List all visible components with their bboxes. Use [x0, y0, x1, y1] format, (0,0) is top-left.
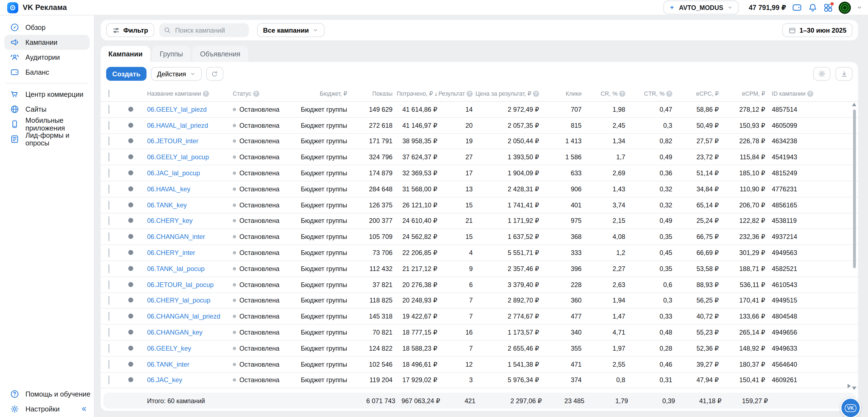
info-icon[interactable]: ? [203, 90, 209, 96]
campaign-name-link[interactable]: 06.CHANGAN_inter [147, 233, 205, 241]
campaign-name-link[interactable]: 06.JAC_lal_pocup [147, 169, 200, 177]
row-checkbox[interactable] [108, 153, 110, 162]
campaign-name-link[interactable]: 06.GEELY_lal_piezd [147, 106, 207, 113]
status-dot [233, 347, 236, 350]
row-checkbox[interactable] [108, 248, 110, 257]
campaign-name-link[interactable]: 06.GEELY_lal_pocup [147, 153, 209, 161]
info-icon[interactable]: ? [619, 90, 625, 96]
row-checkbox[interactable] [108, 105, 110, 114]
row-checkbox[interactable] [108, 216, 110, 226]
campaign-name-link[interactable]: 06.TANK_lal_pocup [147, 265, 205, 273]
col-cr[interactable]: CR, % [601, 90, 618, 97]
sidebar-item-overview[interactable]: Обзор [0, 20, 94, 35]
campaign-name-link[interactable]: 06.CHERY_key [147, 217, 193, 225]
scroll-up-arrow[interactable] [852, 103, 857, 106]
ecpm-cell: 180,37 ₽ [719, 360, 765, 368]
actions-dropdown[interactable]: Действия [151, 67, 202, 81]
col-clicks[interactable]: Клики [539, 90, 582, 97]
campaign-name-link[interactable]: 06.CHANGAN_lal_priezd [147, 313, 220, 321]
date-range-picker[interactable]: 1–30 июн 2025 [782, 23, 852, 37]
sidebar-item-balance[interactable]: Баланс [0, 65, 94, 80]
row-checkbox[interactable] [108, 376, 110, 385]
sidebar-item-mobile-apps[interactable]: Мобильные приложения [0, 117, 94, 131]
create-button[interactable]: Создать [106, 67, 147, 81]
bell-icon[interactable] [808, 2, 818, 12]
sort-desc-icon[interactable]: ↓ [435, 90, 437, 96]
campaign-name-link[interactable]: 06.HAVAL_lal_priezd [147, 121, 208, 129]
totals-spent: 967 063,24 ₽ [395, 397, 440, 405]
col-spent[interactable]: Потрачено, ₽ [397, 90, 433, 97]
row-checkbox[interactable] [108, 121, 110, 130]
account-selector[interactable]: AVTO_MODUS [663, 1, 739, 14]
col-budget[interactable]: Бюджет, ₽ [283, 90, 347, 97]
row-checkbox[interactable] [108, 344, 110, 353]
info-icon[interactable]: ? [253, 90, 259, 96]
col-cost-per-result[interactable]: Цена за результат, ₽ [475, 90, 531, 97]
row-checkbox[interactable] [108, 360, 110, 368]
campaign-scope-select[interactable]: Все кампании [257, 23, 324, 37]
sidebar-item-help[interactable]: Помощь и обучение [0, 387, 94, 401]
table-settings-button[interactable] [813, 67, 830, 81]
select-all-checkbox[interactable] [108, 90, 110, 97]
col-ctr[interactable]: CTR, % [644, 90, 664, 97]
info-icon[interactable]: ? [533, 90, 539, 96]
refresh-button[interactable] [206, 67, 223, 81]
row-checkbox[interactable] [108, 312, 110, 321]
row-checkbox[interactable] [108, 185, 110, 193]
campaign-name-link[interactable]: 06.HAVAL_key [147, 185, 190, 193]
row-checkbox[interactable] [108, 296, 110, 305]
tab-campaigns[interactable]: Кампании [101, 46, 150, 62]
col-shows[interactable]: Показы [347, 90, 393, 97]
export-download-button[interactable] [835, 67, 852, 81]
table-row: 06.CHANGAN_lal_priezd Остановлена Бюджет… [101, 309, 858, 325]
tab-groups[interactable]: Группы [152, 46, 191, 62]
campaign-name-link[interactable]: 06.JAC_key [147, 376, 182, 384]
scroll-down-arrow[interactable] [852, 387, 857, 390]
sidebar-item-lead-forms[interactable]: Лид-формы и опросы [0, 131, 94, 147]
row-checkbox[interactable] [108, 169, 110, 178]
campaign-name-link[interactable]: 06.GEELY_key [147, 345, 191, 352]
tab-ads[interactable]: Объявления [192, 46, 248, 62]
vk-logo-icon: VK [845, 404, 856, 412]
wallet-icon[interactable] [792, 2, 802, 13]
row-checkbox[interactable] [108, 280, 110, 289]
filter-button[interactable]: Фильтр [106, 23, 154, 37]
campaign-name-link[interactable]: 06.CHERY_inter [147, 249, 195, 257]
campaign-name-link[interactable]: 06.JETOUR_lal_pocup [147, 281, 214, 289]
brand-logo[interactable]: VK Реклама [0, 2, 67, 13]
col-ecpc[interactable]: eCPC, ₽ [672, 90, 719, 97]
profile-chevron-icon[interactable] [857, 4, 863, 10]
col-ecpm[interactable]: eCPM, ₽ [719, 90, 765, 97]
row-checkbox[interactable] [108, 233, 110, 241]
campaign-name-link[interactable]: 06.TANK_key [147, 201, 187, 209]
support-chat-bubble[interactable]: VK [840, 398, 861, 417]
row-checkbox[interactable] [108, 328, 110, 337]
campaign-name-link[interactable]: 06.CHERY_lal_pocup [147, 297, 210, 304]
col-result[interactable]: Результат [438, 90, 465, 97]
sidebar-item-settings[interactable]: Настройки [0, 401, 94, 416]
scroll-right-arrow[interactable] [847, 384, 851, 388]
collapse-sidebar-icon[interactable] [80, 406, 87, 413]
row-checkbox[interactable] [108, 201, 110, 209]
col-campaign-id[interactable]: ID кампании [772, 90, 806, 97]
col-status[interactable]: Статус [233, 90, 251, 97]
info-icon[interactable]: ? [467, 90, 473, 96]
col-campaign-name[interactable]: Название кампании [147, 90, 201, 97]
avatar[interactable] [839, 1, 851, 13]
sidebar-item-campaigns[interactable]: Кампании [4, 35, 90, 50]
info-icon[interactable]: ? [807, 90, 813, 96]
campaign-name-link[interactable]: 06.CHANGAN_key [147, 329, 203, 336]
sidebar-item-audiences[interactable]: Аудитории [0, 50, 94, 65]
vertical-scrollbar-thumb[interactable] [853, 110, 856, 268]
row-checkbox[interactable] [108, 137, 110, 146]
ecpc-cell: 39,27 ₽ [672, 360, 719, 368]
campaign-name-link[interactable]: 06.TANK_inter [147, 360, 189, 368]
sidebar-item-commerce-center[interactable]: Центр коммерции [0, 87, 94, 102]
sidebar-item-sites[interactable]: Сайты [0, 102, 94, 117]
row-checkbox[interactable] [108, 264, 110, 273]
search-input[interactable] [174, 26, 244, 35]
apps-grid-icon[interactable] [823, 2, 833, 12]
info-icon[interactable]: ? [666, 90, 672, 96]
ecpc-cell: 50,49 ₽ [672, 121, 719, 129]
campaign-name-link[interactable]: 06.JETOUR_inter [147, 138, 198, 145]
